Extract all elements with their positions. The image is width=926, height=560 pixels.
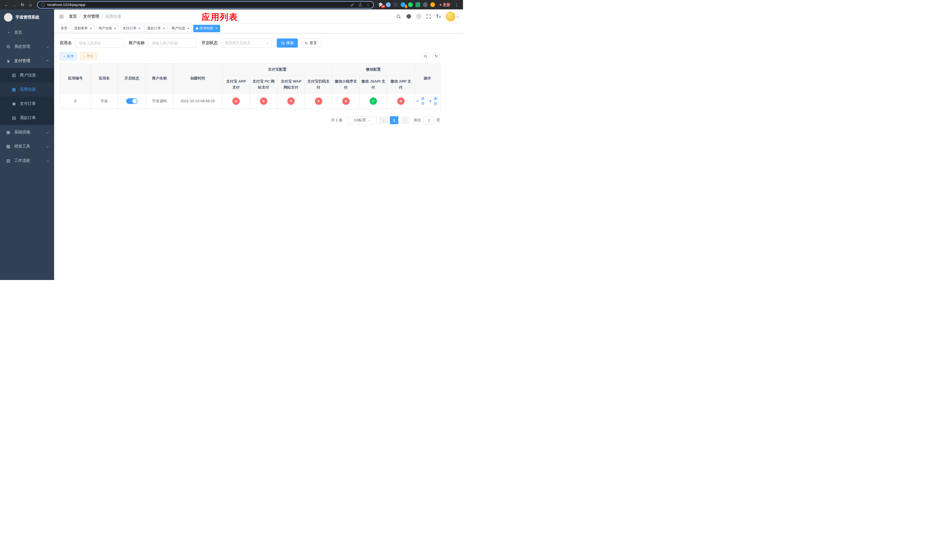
browser-home-button[interactable]: ⌂ (27, 1, 34, 9)
address-bar[interactable]: i localhost:1024/pay/app ☆ (37, 1, 374, 9)
add-button[interactable]: + 新增 (60, 52, 77, 60)
password-key-icon[interactable] (350, 3, 354, 7)
sidebar-item-home[interactable]: ◔ 首页 (0, 25, 54, 39)
browser-update-button[interactable]: 更新 (440, 2, 450, 8)
sidebar-item-workflow[interactable]: ▧ 工作流程 (0, 153, 54, 168)
tab-refund-order[interactable]: 退款订单 × (145, 25, 168, 32)
extension-icon-green-square[interactable] (415, 2, 420, 7)
close-icon[interactable]: × (215, 26, 218, 30)
browser-toolbar: ← → ↻ ⌂ i localhost:1024/pay/app ☆ 10 (0, 0, 463, 9)
sidebar-item-dev-tools[interactable]: ▩ 研发工具 (0, 139, 54, 153)
tab-merchant-info[interactable]: 商户信息 × (169, 25, 192, 32)
close-icon[interactable]: × (163, 26, 165, 30)
table-toolbar: + 新增 ↓ 导出 ↻ (60, 52, 440, 60)
bookmark-star-icon[interactable]: ☆ (366, 3, 370, 7)
extensions-puzzle-icon[interactable]: 10 (378, 2, 383, 7)
refresh-icon: ↻ (305, 41, 308, 45)
github-icon[interactable] (406, 14, 412, 19)
font-size-icon[interactable]: TT (436, 14, 441, 19)
search-button[interactable]: 搜索 (277, 38, 298, 48)
browser-reload-button[interactable]: ↻ (19, 1, 26, 9)
sidebar-item-label: 应用信息 (20, 87, 36, 92)
cell-merchant: 芋道源码 (146, 94, 173, 109)
user-menu[interactable] (446, 12, 458, 21)
toggle-search-button[interactable] (421, 52, 430, 60)
url-text: localhost:1024/pay/app (47, 3, 85, 7)
sidebar-item-infrastructure[interactable]: ▣ 基础设施 (0, 125, 54, 139)
breadcrumb-section[interactable]: 支付管理 (83, 14, 99, 19)
column-header-actions: 操作 (415, 64, 440, 94)
page-size-select[interactable]: 10条/页 (347, 116, 377, 124)
payment-submenu: ▥ 商户信息 ▦ 应用信息 ◉ 支付订单 ▤ 退款订单 (0, 68, 54, 125)
app-title: 芋道管理系统 (15, 15, 39, 20)
close-icon[interactable]: × (138, 26, 141, 30)
browser-forward-button[interactable]: → (11, 1, 18, 9)
tab-pay-order[interactable]: 支付订单 × (120, 25, 143, 32)
extension-badge: 10 (381, 5, 385, 8)
update-label: 更新 (443, 2, 450, 8)
hamburger-icon[interactable] (59, 14, 64, 20)
sidebar-item-label: 系统管理 (14, 44, 30, 49)
search-icon[interactable] (396, 14, 401, 19)
close-icon[interactable]: × (187, 26, 189, 30)
export-button[interactable]: ↓ 导出 (80, 52, 97, 60)
refresh-table-button[interactable]: ↻ (432, 52, 440, 60)
browser-menu-icon[interactable]: ⋮ (453, 2, 460, 8)
user-avatar[interactable] (446, 12, 455, 21)
sidebar: 芋道管理系统 ◔ 首页 ⚙ 系统管理 ¥ 支付管理 ▥ 商户信息 (0, 9, 54, 280)
chevron-up-icon (47, 60, 49, 62)
extension-badge: 1 (405, 5, 407, 8)
tab-process-form[interactable]: 流程表单 × (71, 25, 95, 32)
breadcrumb-home[interactable]: 首页 (69, 14, 77, 19)
share-icon[interactable] (358, 3, 363, 7)
merchant-icon: ▥ (11, 73, 17, 78)
tab-app-info[interactable]: 应用信息 × (193, 25, 220, 32)
next-page-button[interactable]: › (401, 116, 409, 124)
navbar-actions: ? TT (396, 12, 458, 21)
top-navbar: 首页 / 支付管理 / 应用信息 ? (54, 9, 463, 24)
browser-back-button[interactable]: ← (3, 1, 10, 9)
main-area: 应用列表 首页 / 支付管理 / 应用信息 (54, 9, 463, 280)
site-info-icon[interactable]: i (41, 3, 45, 7)
reset-button[interactable]: ↻ 重置 (301, 38, 321, 48)
extension-emoji-icon[interactable] (430, 2, 435, 7)
sidebar-item-pay-order[interactable]: ◉ 支付订单 (0, 97, 54, 111)
page-number-button[interactable]: 1 (390, 116, 398, 124)
sidebar-item-system-management[interactable]: ⚙ 系统管理 (0, 39, 54, 54)
merchant-name-input[interactable] (148, 38, 197, 48)
extension-icon-dark[interactable] (393, 2, 398, 7)
app-name-input[interactable] (75, 38, 124, 48)
sidebar-item-refund-order[interactable]: ▤ 退款订单 (0, 111, 54, 125)
extension-icon-blue[interactable] (386, 2, 391, 7)
prev-page-button[interactable]: ‹ (379, 116, 387, 124)
edit-button[interactable]: 修改 (416, 96, 426, 106)
extension-icon-teal[interactable]: 1 (401, 2, 406, 7)
sidebar-item-app-info[interactable]: ▦ 应用信息 (0, 82, 54, 97)
column-header-created: 创建时间 (173, 64, 222, 94)
goto-page-input[interactable] (423, 116, 434, 124)
status-toggle[interactable] (126, 98, 138, 104)
workflow-icon: ▧ (6, 158, 11, 163)
sidebar-item-payment-management[interactable]: ¥ 支付管理 (0, 54, 54, 68)
sidebar-item-merchant-info[interactable]: ▥ 商户信息 (0, 68, 54, 82)
sidebar-item-label: 退款订单 (20, 115, 36, 121)
page-content: 应用名 商户名称 开启状态 请选择开启状态 (54, 33, 463, 128)
extension-puzzle-dark-icon[interactable] (423, 2, 428, 7)
delete-button[interactable]: 删除 (429, 96, 439, 106)
extension-icon-green[interactable] (408, 2, 413, 7)
column-header-alipay-pc: 支付宝 PC 网站支付 (250, 76, 277, 94)
cell-app-id: 6 (60, 94, 91, 109)
close-icon[interactable]: × (114, 26, 117, 30)
help-icon[interactable]: ? (416, 14, 421, 19)
column-header-wx-lite: 微信小程序支付 (332, 76, 360, 94)
status-select[interactable]: 请选择开启状态 (221, 38, 272, 48)
tab-user-group[interactable]: 用户分组 × (96, 25, 119, 32)
fullscreen-icon[interactable] (426, 14, 431, 19)
sidebar-item-label: 首页 (14, 30, 22, 35)
close-icon[interactable]: × (90, 26, 92, 30)
tab-home[interactable]: 首页 (58, 25, 70, 32)
cell-status (118, 94, 146, 109)
sidebar-item-label: 工作流程 (14, 158, 30, 163)
infrastructure-icon: ▣ (6, 130, 11, 135)
app-logo[interactable]: 芋道管理系统 (0, 9, 54, 25)
